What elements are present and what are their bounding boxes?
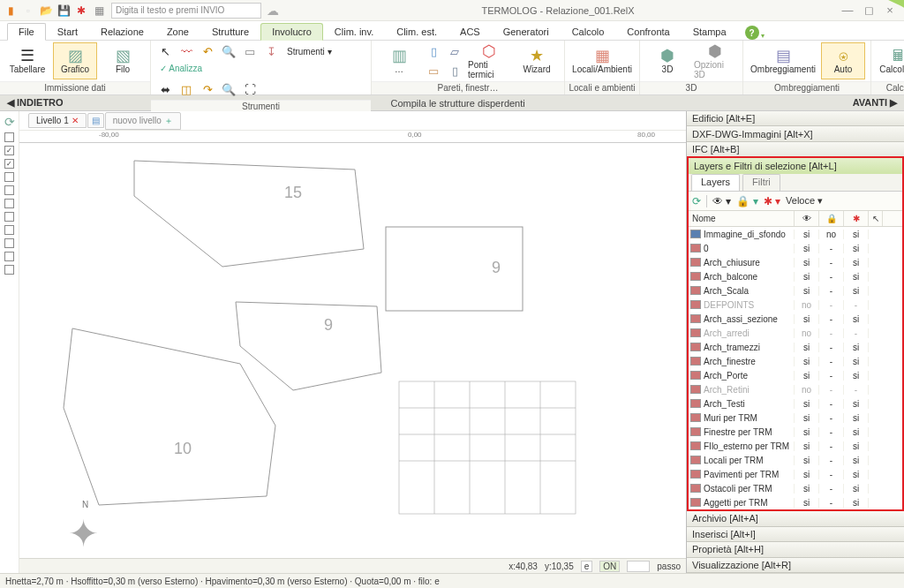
auto-button[interactable]: ⍟Auto [821,42,865,79]
fit-icon[interactable]: ⛶ [241,80,259,98]
locali-button[interactable]: ▦Locali/Ambienti [570,42,634,79]
layer-row[interactable]: Arch_Portesi-si [689,368,902,382]
close-icon[interactable]: ✕ [72,116,79,125]
tab-climest[interactable]: Clim. est. [385,23,448,40]
check-7[interactable] [4,212,14,222]
measure-icon[interactable]: ↧ [262,42,280,60]
pareti-button[interactable]: ▥… [377,42,421,79]
calcola-button[interactable]: 🖩Calcola… [877,42,904,79]
layer-row[interactable]: Ostacoli per TRMsi-si [689,481,902,495]
check-3[interactable]: ✓ [4,159,14,169]
tab-relazione[interactable]: Relazione [89,23,155,40]
target-icon[interactable]: ✱ ▾ [764,195,780,207]
section-visualizzazione[interactable]: Visualizzazione [Alt+R] [687,558,904,573]
check-1[interactable] [4,132,14,142]
layer-row[interactable]: Arch_Testisi-si [689,396,902,411]
section-ifc[interactable]: IFC [Alt+B] [687,142,904,157]
layer-row[interactable]: Arch_balconesi-si [689,269,902,283]
redo-icon[interactable]: ↷ [199,80,216,98]
tab-involucro[interactable]: Involucro [260,23,323,41]
cloud-icon[interactable]: ☁ [267,4,279,18]
tab-start[interactable]: Start [46,23,89,40]
snap-on-button[interactable]: ON [599,561,620,572]
tab-strutture[interactable]: Strutture [200,23,260,40]
tabellare-button[interactable]: ☰Tabellare [5,42,49,79]
check-9[interactable] [4,238,14,248]
check-6[interactable] [4,199,14,208]
pan-icon[interactable]: ⬌ [156,80,174,98]
layer-row[interactable]: Locali per TRMsi-si [689,453,902,467]
window-icon[interactable]: ▯ [425,42,442,60]
save-icon[interactable]: 💾 [56,4,71,18]
grid-icon[interactable]: ▦ [92,4,106,18]
search-input[interactable]: Digita il testo e premi INVIO [111,3,261,19]
layer-row[interactable]: Immagine_di_sfondosinosi [689,227,902,241]
check-8[interactable] [4,225,14,235]
new-level-tab[interactable]: nuovo livello ＋ [105,112,181,130]
check-11[interactable] [4,265,14,275]
level-tab-extra[interactable]: ▤ [87,113,104,128]
layer-row[interactable]: Arch_tramezzisi-si [689,340,902,354]
back-button[interactable]: ◀ INDIETRO [0,97,71,109]
maximize-button[interactable]: ◻ [858,4,879,17]
zoom-icon[interactable]: 🔍 [220,42,237,60]
col-nome[interactable]: Nome [689,211,795,226]
lock-icon[interactable]: 🔒 ▾ [736,195,757,207]
step-value[interactable] [627,561,650,572]
level-tab-1[interactable]: Livello 1 ✕ [28,113,87,128]
layer-row[interactable]: Arch_Scalasi-si [689,283,902,298]
strumenti-dropdown[interactable]: Strumenti ▾ [283,47,335,57]
layer-row[interactable]: Arch_finestresi-si [689,354,902,368]
grafico-button[interactable]: ▨Grafico [53,42,97,79]
open-icon[interactable]: 📂 [39,4,53,18]
box-icon[interactable]: ▭ [241,42,259,60]
wizard-button[interactable]: ★Wizard [515,42,559,79]
floor-icon[interactable]: ▭ [425,62,442,79]
filo-value[interactable]: e [581,561,593,572]
refresh-icon[interactable]: ⟳ [3,115,17,129]
zoomall-icon[interactable]: 🔍 [220,80,237,98]
tab-climinv[interactable]: Clim. inv. [323,23,385,40]
opzioni3d-button[interactable]: ⬢Opzioni 3D [693,42,737,79]
ombreggiamenti-button[interactable]: ▤Ombreggiamenti [749,42,817,79]
layer-row[interactable]: Muri per TRMsi-si [689,411,902,425]
section-edificio[interactable]: Edificio [Alt+E] [687,111,904,126]
layer-row[interactable]: DEFPOINTSno-- [689,298,902,312]
layer-row[interactable]: Aggetti per TRMsi-si [689,495,902,509]
layer-row[interactable]: Arch_arredino-- [689,326,902,340]
lasso-icon[interactable]: 〰 [177,42,195,60]
help-icon[interactable]: ? [745,26,759,40]
new-icon[interactable]: ▫ [21,4,35,18]
layer-row[interactable]: 0si-si [689,241,902,255]
analizza-button[interactable]: ✓ Analizza [156,64,206,73]
section-archivio[interactable]: Archivio [Alt+A] [687,511,904,526]
roof-icon[interactable]: ▱ [446,42,463,60]
tab-file[interactable]: File [7,23,46,41]
check-10[interactable] [4,252,14,261]
layer-row[interactable]: FIlo_esterno per TRMsi-si [689,439,902,453]
col-osnap-icon[interactable]: ✱ [844,211,869,226]
layer-row[interactable]: Arch_Retinino-- [689,382,902,396]
veloce-dropdown[interactable]: Veloce ▾ [786,195,823,207]
close-button[interactable]: × [879,4,900,17]
add-icon[interactable]: ＋ [164,115,173,127]
undo-icon[interactable]: ↶ [199,42,216,60]
tab-calcolo[interactable]: Calcolo [561,23,616,40]
eye-icon[interactable]: 👁 ▾ [712,195,731,207]
door-icon[interactable]: ▯ [446,62,463,79]
minimize-button[interactable]: — [837,4,858,17]
col-lock-icon[interactable]: 🔒 [819,211,844,226]
3d-button[interactable]: ⬢3D [645,42,689,79]
cursor-icon[interactable]: ↖ [156,42,174,60]
tab-acs[interactable]: ACS [448,23,492,40]
tab-layers[interactable]: Layers [691,174,740,191]
tab-zone[interactable]: Zone [155,23,200,40]
section-layers[interactable]: Layers e Filtri di selezione [Alt+L] [689,158,902,174]
tab-stampa[interactable]: Stampa [682,23,738,40]
target-icon[interactable]: ✱ [74,4,88,18]
drawing-canvas[interactable]: -80,00 0,00 80,00 [19,131,686,573]
section-inserisci[interactable]: Inserisci [Alt+I] [687,527,904,542]
layer-row[interactable]: Pavimenti per TRMsi-si [689,467,902,481]
layer-row[interactable]: Arch_chiusuresi-si [689,255,902,269]
tab-filtri[interactable]: Filtri [742,174,780,191]
